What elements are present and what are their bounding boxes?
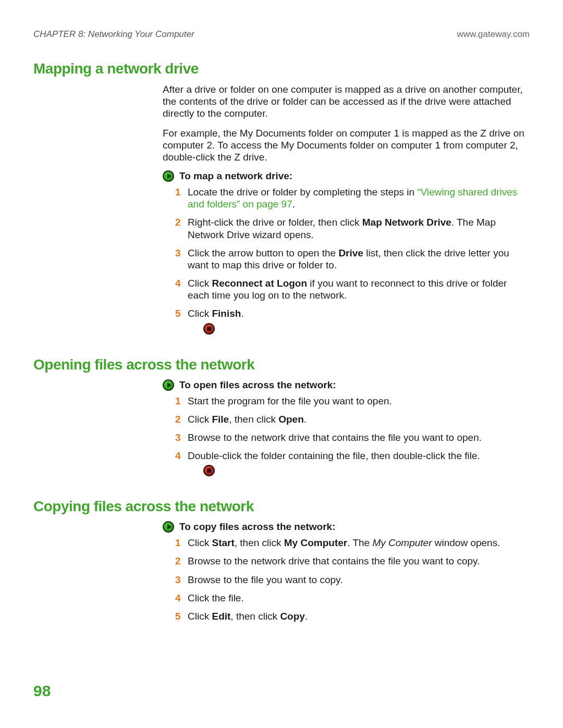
step-number: 4 (175, 277, 181, 289)
step-text: , then click (229, 414, 278, 425)
site-url: www.gateway.com (457, 29, 530, 40)
procedure-title: To map a network drive: (179, 170, 292, 182)
stop-icon (203, 323, 215, 335)
ui-term-italic: My Computer (372, 537, 432, 548)
mapping-para-2: For example, the My Documents folder on … (163, 127, 530, 164)
step-text: . (292, 199, 295, 209)
step-2: 2 Browse to the network drive that conta… (175, 555, 530, 567)
step-text: , then click (230, 611, 280, 622)
step-1: 1 Start the program for the file you wan… (175, 395, 530, 407)
step-text: Click the file. (188, 593, 244, 603)
procedure-heading: To copy files across the network: (163, 521, 530, 533)
heading-mapping: Mapping a network drive (33, 60, 530, 77)
mapping-steps: 1 Locate the drive or folder by completi… (175, 186, 530, 335)
step-4: 4 Click Reconnect at Logon if you want t… (175, 277, 530, 301)
manual-page: CHAPTER 8: Networking Your Computer www.… (0, 0, 563, 728)
mapping-para-1: After a drive or folder on one computer … (163, 83, 530, 120)
step-text: Click (188, 308, 212, 319)
copying-steps: 1 Click Start, then click My Computer. T… (175, 537, 530, 622)
step-2: 2 Click File, then click Open. (175, 413, 530, 425)
step-number: 3 (175, 247, 181, 259)
ui-term: Drive (338, 248, 363, 258)
step-number: 3 (175, 431, 181, 443)
step-3: 3 Browse to the file you want to copy. (175, 574, 530, 586)
step-text: Click (188, 278, 212, 289)
step-number: 5 (175, 307, 181, 319)
step-3: 3 Browse to the network drive that conta… (175, 431, 530, 443)
step-number: 2 (175, 216, 181, 228)
step-text: Click (188, 414, 212, 425)
ui-term: Start (212, 537, 234, 548)
step-text: . (241, 308, 243, 319)
step-text: window opens. (432, 537, 500, 548)
ui-term: Copy (280, 611, 305, 622)
step-text: . (305, 611, 308, 622)
heading-opening: Opening files across the network (33, 356, 530, 373)
step-4: 4 Click the file. (175, 592, 530, 604)
step-number: 1 (175, 395, 181, 407)
procedure-heading: To map a network drive: (163, 170, 530, 182)
page-number: 98 (33, 682, 51, 700)
ui-term: Finish (212, 308, 241, 319)
step-1: 1 Click Start, then click My Computer. T… (175, 537, 530, 549)
step-text: Browse to the network drive that contain… (188, 556, 480, 566)
step-text: , then click (235, 537, 284, 548)
step-text: Locate the drive or folder by completing… (188, 187, 417, 198)
copying-body: To copy files across the network: 1 Clic… (163, 521, 530, 622)
ui-term: Edit (212, 611, 230, 622)
play-icon (163, 521, 174, 533)
step-number: 1 (175, 186, 181, 198)
ui-term: Map Network Drive (362, 217, 451, 228)
step-number: 1 (175, 537, 181, 549)
step-1: 1 Locate the drive or folder by completi… (175, 186, 530, 210)
ui-term: My Computer (284, 537, 347, 548)
ui-term: Reconnect at Logon (212, 278, 307, 289)
ui-term: Open (278, 414, 304, 425)
procedure-title: To copy files across the network: (179, 521, 336, 533)
heading-copying: Copying files across the network (33, 498, 530, 515)
ui-term: File (212, 414, 229, 425)
step-text: . The (347, 537, 372, 548)
step-number: 5 (175, 610, 181, 622)
play-icon (163, 379, 174, 391)
step-text: Click (188, 611, 212, 622)
chapter-label: CHAPTER 8: Networking Your Computer (33, 29, 194, 40)
procedure-heading: To open files across the network: (163, 379, 530, 391)
mapping-body: After a drive or folder on one computer … (163, 83, 530, 335)
step-text: Browse to the file you want to copy. (188, 574, 342, 585)
step-text: Right-click the drive or folder, then cl… (188, 217, 362, 228)
step-text: Browse to the network drive that contain… (188, 432, 482, 443)
step-number: 2 (175, 413, 181, 425)
step-number: 4 (175, 450, 181, 462)
step-number: 2 (175, 555, 181, 567)
procedure-title: To open files across the network: (179, 379, 336, 391)
step-text: Click the arrow button to open the (188, 248, 338, 258)
stop-icon (203, 465, 215, 476)
step-text: . (304, 414, 307, 425)
running-header: CHAPTER 8: Networking Your Computer www.… (33, 29, 530, 40)
step-text: Click (188, 537, 212, 548)
play-icon (163, 170, 174, 182)
step-text: Double-click the folder containing the f… (188, 450, 480, 461)
step-number: 3 (175, 574, 181, 586)
opening-steps: 1 Start the program for the file you wan… (175, 395, 530, 477)
opening-body: To open files across the network: 1 Star… (163, 379, 530, 477)
step-5: 5 Click Finish. (175, 307, 530, 334)
step-2: 2 Right-click the drive or folder, then … (175, 216, 530, 240)
step-number: 4 (175, 592, 181, 604)
step-text: Start the program for the file you want … (188, 396, 392, 406)
step-3: 3 Click the arrow button to open the Dri… (175, 247, 530, 271)
step-5: 5 Click Edit, then click Copy. (175, 610, 530, 622)
step-4: 4 Double-click the folder containing the… (175, 450, 530, 476)
